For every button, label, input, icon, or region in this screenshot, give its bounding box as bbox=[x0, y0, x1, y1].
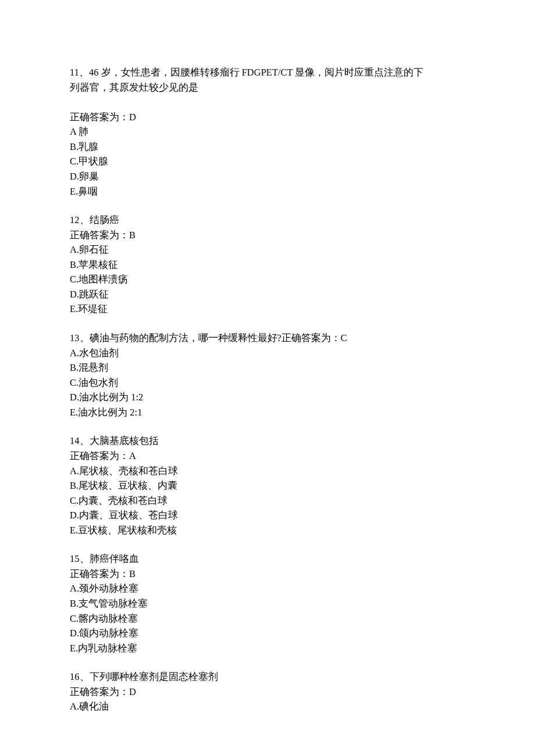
question-number: 15、 bbox=[70, 553, 90, 564]
option: D.跳跃征 bbox=[70, 287, 465, 302]
option: B.混悬剂 bbox=[70, 360, 465, 375]
blank-line bbox=[70, 95, 465, 110]
option: E.油水比例为 2:1 bbox=[70, 405, 465, 420]
answer-line: 正确答案为：A bbox=[70, 449, 465, 464]
option: E.豆状核、尾状核和壳核 bbox=[70, 523, 465, 538]
question-text-line1: 大脑基底核包括 bbox=[90, 435, 159, 446]
question-number: 12、 bbox=[70, 214, 90, 225]
option: A.颈外动脉栓塞 bbox=[70, 581, 465, 596]
question-number: 14、 bbox=[70, 435, 90, 446]
question-text-line1: 肺癌伴咯血 bbox=[90, 553, 139, 564]
option: A.卵石征 bbox=[70, 242, 465, 257]
option: D.颌内动脉栓塞 bbox=[70, 626, 465, 641]
question-block: 16、下列哪种栓塞剂是固态栓塞剂 正确答案为：D A.碘化油 bbox=[70, 669, 465, 714]
option: D.油水比例为 1:2 bbox=[70, 390, 465, 405]
question-number: 13、 bbox=[70, 332, 90, 343]
option: E.环堤征 bbox=[70, 302, 465, 317]
option: C.甲状腺 bbox=[70, 154, 465, 169]
option: A.尾状核、壳核和苍白球 bbox=[70, 464, 465, 479]
option: A.水包油剂 bbox=[70, 346, 465, 361]
question-stem: 11、46 岁，女性患者，因腰椎转移瘤行 FDGPET/CT 显像，阅片时应重点… bbox=[70, 65, 465, 80]
question-block: 12、结肠癌 正确答案为：B A.卵石征 B.苹果核征 C.地图样溃疡 D.跳跃… bbox=[70, 213, 465, 317]
option: C.内囊、壳核和苍白球 bbox=[70, 493, 465, 508]
answer-line: 正确答案为：D bbox=[70, 110, 465, 125]
question-stem: 12、结肠癌 bbox=[70, 213, 465, 228]
question-text-line1: 碘油与药物的配制方法，哪一种缓释性最好?正确答案为：C bbox=[90, 332, 347, 343]
option: E.内乳动脉栓塞 bbox=[70, 641, 465, 656]
question-block: 14、大脑基底核包括 正确答案为：A A.尾状核、壳核和苍白球 B.尾状核、豆状… bbox=[70, 433, 465, 538]
answer-line: 正确答案为：D bbox=[70, 685, 465, 700]
answer-line: 正确答案为：B bbox=[70, 567, 465, 582]
question-block: 11、46 岁，女性患者，因腰椎转移瘤行 FDGPET/CT 显像，阅片时应重点… bbox=[70, 65, 465, 199]
option: B.尾状核、豆状核、内囊 bbox=[70, 478, 465, 493]
option: A.碘化油 bbox=[70, 699, 465, 714]
question-text-line2: 列器官，其原发灶较少见的是 bbox=[70, 80, 465, 95]
question-number: 16、 bbox=[70, 671, 90, 682]
question-text-line1: 结肠癌 bbox=[90, 214, 119, 225]
question-block: 13、碘油与药物的配制方法，哪一种缓释性最好?正确答案为：C A.水包油剂 B.… bbox=[70, 331, 465, 420]
option: E.鼻咽 bbox=[70, 184, 465, 199]
option: C.髂内动脉栓塞 bbox=[70, 611, 465, 626]
question-stem: 16、下列哪种栓塞剂是固态栓塞剂 bbox=[70, 669, 465, 685]
option: B.苹果核征 bbox=[70, 257, 465, 273]
option: D.内囊、豆状核、苍白球 bbox=[70, 508, 465, 523]
option: D.卵巢 bbox=[70, 169, 465, 184]
question-text-line1: 46 岁，女性患者，因腰椎转移瘤行 FDGPET/CT 显像，阅片时应重点注意的… bbox=[89, 67, 424, 78]
question-number: 11、 bbox=[70, 67, 89, 78]
question-stem: 14、大脑基底核包括 bbox=[70, 433, 465, 449]
answer-line: 正确答案为：B bbox=[70, 228, 465, 243]
question-stem: 15、肺癌伴咯血 bbox=[70, 551, 465, 567]
option: B.乳腺 bbox=[70, 139, 465, 155]
question-block: 15、肺癌伴咯血 正确答案为：B A.颈外动脉栓塞 B.支气管动脉栓塞 C.髂内… bbox=[70, 551, 465, 655]
option: C.地图样溃疡 bbox=[70, 272, 465, 287]
document-page: 11、46 岁，女性患者，因腰椎转移瘤行 FDGPET/CT 显像，阅片时应重点… bbox=[0, 0, 535, 756]
option: A 肺 bbox=[70, 124, 465, 139]
option: C.油包水剂 bbox=[70, 375, 465, 390]
question-text-line1: 下列哪种栓塞剂是固态栓塞剂 bbox=[90, 671, 218, 682]
option: B.支气管动脉栓塞 bbox=[70, 596, 465, 611]
question-stem: 13、碘油与药物的配制方法，哪一种缓释性最好?正确答案为：C bbox=[70, 331, 465, 346]
